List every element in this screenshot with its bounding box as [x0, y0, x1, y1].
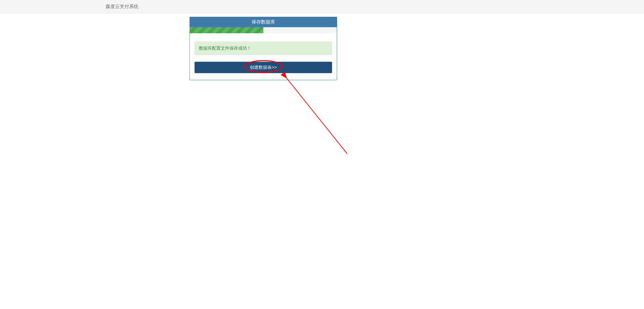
progress-bar: [190, 27, 337, 33]
panel-title: 保存数据库: [190, 17, 337, 27]
success-alert: 数据库配置文件保存成功！: [195, 42, 332, 55]
create-table-button[interactable]: 创建数据表>>: [195, 62, 332, 73]
svg-line-1: [286, 78, 347, 154]
annotation-arrow-icon: [280, 71, 354, 159]
app-title: 森度云支付系统: [106, 4, 139, 10]
save-database-panel: 保存数据库 数据库配置文件保存成功！ 创建数据表>>: [190, 17, 337, 80]
app-header: 森度云支付系统: [0, 0, 644, 13]
progress-fill: [190, 27, 263, 33]
panel-body: 数据库配置文件保存成功！ 创建数据表>>: [190, 33, 337, 80]
